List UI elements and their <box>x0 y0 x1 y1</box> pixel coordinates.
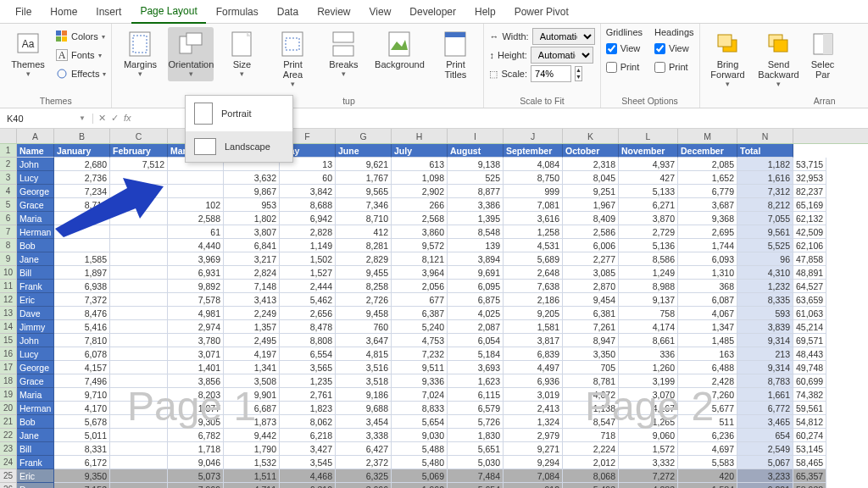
data-cell[interactable]: 9,691 <box>448 266 504 280</box>
data-cell[interactable]: 5,488 <box>392 442 448 456</box>
data-cell[interactable]: 42,509 <box>793 225 826 239</box>
tab-file[interactable]: File <box>7 1 40 23</box>
data-cell[interactable]: 5,136 <box>619 239 678 252</box>
data-cell[interactable]: 8,710 <box>336 212 392 225</box>
data-cell[interactable]: 5,654 <box>448 483 504 488</box>
data-cell[interactable] <box>110 402 168 415</box>
data-cell[interactable]: 60 <box>280 171 336 185</box>
name-cell[interactable]: Grace <box>17 198 54 212</box>
data-cell[interactable]: 9,046 <box>168 456 224 469</box>
data-cell[interactable]: 7,969 <box>168 483 224 488</box>
data-cell[interactable]: 7,260 <box>678 388 737 402</box>
name-cell[interactable]: Frank <box>17 456 54 469</box>
data-cell[interactable]: 74,382 <box>793 388 826 402</box>
data-cell[interactable]: 9,305 <box>168 415 224 429</box>
data-cell[interactable]: 1,790 <box>224 442 280 456</box>
name-cell[interactable]: Maria <box>17 388 54 402</box>
data-cell[interactable]: 5,462 <box>280 293 336 307</box>
data-cell[interactable]: 9,901 <box>224 388 280 402</box>
data-cell[interactable]: 3,842 <box>280 185 336 198</box>
data-cell[interactable]: 4,170 <box>54 402 110 415</box>
data-cell[interactable]: 4,067 <box>678 307 737 320</box>
headings-view-check[interactable]: View <box>654 39 693 58</box>
data-cell[interactable]: 9,186 <box>336 388 392 402</box>
data-cell[interactable]: 7,055 <box>737 212 793 225</box>
name-cell[interactable]: Eric <box>17 469 54 483</box>
data-cell[interactable]: 8,062 <box>280 415 336 429</box>
data-cell[interactable]: 6,387 <box>392 307 448 320</box>
data-cell[interactable]: 8,476 <box>54 307 110 320</box>
data-cell[interactable]: 3,969 <box>168 252 224 266</box>
data-cell[interactable]: 3,217 <box>224 252 280 266</box>
data-cell[interactable] <box>110 415 168 429</box>
header-cell[interactable]: October <box>563 144 619 158</box>
data-cell[interactable]: 4,815 <box>336 347 392 361</box>
col-header-G[interactable]: G <box>336 129 392 143</box>
data-cell[interactable]: 8,750 <box>504 171 563 185</box>
data-cell[interactable]: 1,258 <box>504 225 563 239</box>
data-cell[interactable]: 8,548 <box>448 225 504 239</box>
data-cell[interactable]: 4,981 <box>168 307 224 320</box>
data-cell[interactable]: 7,084 <box>504 469 563 483</box>
data-cell[interactable]: 9,565 <box>336 185 392 198</box>
data-cell[interactable]: 427 <box>619 171 678 185</box>
data-cell[interactable] <box>110 347 168 361</box>
scale-down[interactable]: ▼ <box>576 74 581 80</box>
print-area-button[interactable]: Print Area▾ <box>270 27 315 92</box>
tab-formulas[interactable]: Formulas <box>208 1 267 23</box>
data-cell[interactable]: 3,666 <box>336 483 392 488</box>
data-cell[interactable]: 8,045 <box>563 171 619 185</box>
data-cell[interactable]: 8,212 <box>737 198 793 212</box>
data-cell[interactable]: 3,870 <box>619 212 678 225</box>
data-cell[interactable]: 7,272 <box>619 469 678 483</box>
data-cell[interactable]: 47,858 <box>793 252 826 266</box>
data-cell[interactable]: 58,938 <box>793 483 826 488</box>
data-cell[interactable]: 64,527 <box>793 280 826 293</box>
data-cell[interactable]: 6,488 <box>678 361 737 374</box>
data-cell[interactable]: 2,495 <box>224 334 280 347</box>
data-cell[interactable] <box>168 171 224 185</box>
data-cell[interactable]: 59,561 <box>793 402 826 415</box>
data-cell[interactable] <box>110 429 168 442</box>
data-cell[interactable]: 9,030 <box>392 429 448 442</box>
data-cell[interactable]: 4,084 <box>504 158 563 171</box>
data-cell[interactable]: 7,578 <box>168 293 224 307</box>
size-button[interactable]: Size▾ <box>219 27 264 81</box>
data-cell[interactable]: 3,632 <box>224 171 280 185</box>
name-cell[interactable]: George <box>17 361 54 374</box>
data-cell[interactable]: 1,823 <box>280 402 336 415</box>
data-cell[interactable]: 3,839 <box>737 320 793 334</box>
data-cell[interactable]: 48,891 <box>793 266 826 280</box>
name-cell[interactable]: John <box>17 158 54 171</box>
data-cell[interactable]: 9,060 <box>619 429 678 442</box>
data-cell[interactable]: 9,710 <box>54 388 110 402</box>
themes-button[interactable]: Aa Themes ▾ <box>5 27 51 81</box>
col-header-K[interactable]: K <box>563 129 619 143</box>
data-cell[interactable]: 7,153 <box>54 483 110 488</box>
data-cell[interactable]: 49,748 <box>793 361 826 374</box>
data-cell[interactable]: 2,902 <box>392 185 448 198</box>
data-cell[interactable]: 4,711 <box>224 483 280 488</box>
tab-insert[interactable]: Insert <box>87 1 130 23</box>
data-cell[interactable]: 412 <box>336 225 392 239</box>
data-cell[interactable]: 4,174 <box>619 320 678 334</box>
data-cell[interactable]: 9,561 <box>737 225 793 239</box>
header-cell[interactable]: July <box>392 144 448 158</box>
header-cell[interactable]: September <box>504 144 563 158</box>
data-cell[interactable]: 8,808 <box>280 334 336 347</box>
data-cell[interactable]: 8,409 <box>563 212 619 225</box>
data-cell[interactable]: 9,314 <box>737 361 793 374</box>
data-cell[interactable]: 3,780 <box>168 334 224 347</box>
data-cell[interactable]: 5,677 <box>678 402 737 415</box>
scale-input[interactable] <box>531 65 571 82</box>
gridlines-print-check[interactable]: Print <box>606 58 643 76</box>
data-cell[interactable]: 8,203 <box>168 388 224 402</box>
data-cell[interactable]: 6,938 <box>54 280 110 293</box>
data-cell[interactable]: 45,214 <box>793 320 826 334</box>
data-cell[interactable]: 9,892 <box>168 280 224 293</box>
data-cell[interactable]: 4,197 <box>224 347 280 361</box>
data-cell[interactable]: 4,310 <box>737 266 793 280</box>
data-cell[interactable]: 511 <box>678 415 737 429</box>
effects-button[interactable]: Effects▾ <box>56 64 106 83</box>
data-cell[interactable]: 53,145 <box>793 442 826 456</box>
